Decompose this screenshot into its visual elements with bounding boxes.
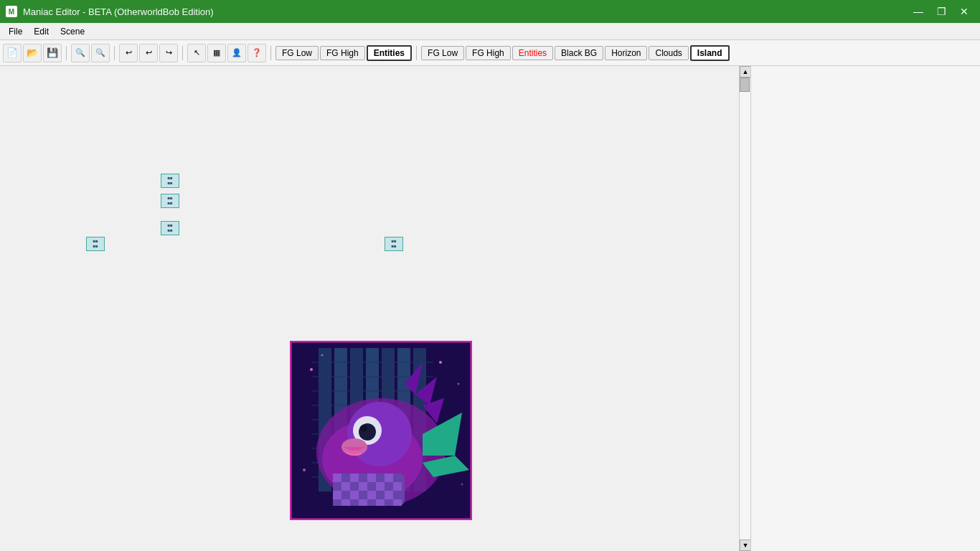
new-button[interactable]: 📄 [3, 44, 22, 62]
tab-black-bg[interactable]: Black BG [555, 46, 603, 60]
svg-point-64 [439, 361, 442, 364]
svg-rect-50 [385, 491, 393, 499]
layer-tabs-group1: FG Low FG High Entities [275, 45, 412, 61]
entity-2[interactable]: ■■■■ [161, 194, 179, 208]
svg-rect-47 [359, 491, 367, 499]
menubar: File Edit Scene [0, 23, 980, 40]
svg-rect-36 [333, 482, 341, 491]
svg-point-25 [360, 425, 367, 432]
svg-rect-31 [359, 474, 367, 482]
maximize-button[interactable]: ❐ [931, 1, 951, 22]
tab-fg-low-1[interactable]: FG Low [275, 46, 319, 60]
svg-rect-33 [376, 474, 385, 482]
svg-rect-46 [350, 491, 359, 499]
svg-rect-44 [333, 491, 341, 499]
separator-1 [66, 46, 67, 60]
tab-fg-low-2[interactable]: FG Low [421, 46, 464, 60]
tab-entities-1[interactable]: Entities [367, 45, 412, 61]
app-icon: M [6, 6, 17, 17]
entity-button[interactable]: 👤 [227, 44, 246, 62]
svg-point-62 [310, 368, 313, 371]
svg-rect-59 [393, 499, 402, 506]
toolbar: 📄 📂 💾 🔍 🔍 ↩ ↩ ↪ ↖ ▦ 👤 ❓ FG Low FG High E… [0, 40, 980, 66]
separator-2 [114, 46, 115, 60]
svg-rect-39 [359, 482, 367, 491]
svg-rect-49 [376, 491, 385, 499]
svg-rect-55 [359, 499, 367, 506]
separator-5 [416, 46, 417, 60]
right-panel [750, 66, 980, 551]
svg-rect-42 [385, 482, 393, 491]
svg-rect-38 [350, 482, 359, 491]
svg-rect-37 [341, 482, 350, 491]
menu-edit[interactable]: Edit [28, 25, 55, 38]
svg-rect-35 [393, 474, 402, 482]
sonic-artwork [290, 341, 472, 520]
menu-file[interactable]: File [3, 25, 28, 38]
scroll-down-arrow[interactable]: ▼ [740, 540, 750, 551]
redo-button[interactable]: ↪ [159, 44, 178, 62]
svg-rect-32 [367, 474, 376, 482]
entity-4[interactable]: ■■■■ [86, 237, 105, 251]
menu-scene[interactable]: Scene [55, 25, 90, 38]
svg-rect-40 [367, 482, 376, 491]
tab-fg-high-2[interactable]: FG High [466, 46, 511, 60]
svg-rect-34 [385, 474, 393, 482]
svg-rect-41 [376, 482, 385, 491]
save-button[interactable]: 💾 [43, 44, 62, 62]
titlebar: M Maniac Editor - BETA (OtherworldBob Ed… [0, 0, 980, 23]
svg-rect-58 [385, 499, 393, 506]
sonic-art-svg [290, 341, 472, 520]
tab-entities-2[interactable]: Entities [512, 46, 553, 60]
scroll-track[interactable] [740, 77, 750, 540]
tab-clouds[interactable]: Clouds [649, 46, 688, 60]
unknown-button[interactable]: ❓ [248, 44, 266, 62]
scroll-up-arrow[interactable]: ▲ [740, 66, 750, 77]
svg-rect-52 [333, 499, 341, 506]
select-button[interactable]: ↖ [187, 44, 206, 62]
svg-point-67 [461, 484, 463, 486]
entity-3[interactable]: ■■■■ [161, 221, 179, 235]
svg-rect-43 [393, 482, 402, 491]
vertical-scrollbar[interactable]: ▲ ▼ [739, 66, 750, 551]
titlebar-controls: — ❐ ✕ [908, 1, 974, 22]
svg-rect-28 [333, 474, 341, 482]
zoom-in-button[interactable]: 🔍 [71, 44, 90, 62]
close-button[interactable]: ✕ [954, 1, 974, 22]
svg-rect-54 [350, 499, 359, 506]
layer-tabs-group2: FG Low FG High Entities Black BG Horizon… [421, 45, 729, 61]
titlebar-left: M Maniac Editor - BETA (OtherworldBob Ed… [6, 6, 214, 17]
svg-rect-45 [341, 491, 350, 499]
tab-fg-high-1[interactable]: FG High [320, 46, 365, 60]
svg-rect-48 [367, 491, 376, 499]
svg-point-66 [303, 468, 306, 471]
canvas-area[interactable]: ■■■■ ■■■■ ■■■■ ■■■■ ■■■■ [0, 66, 750, 551]
scroll-thumb[interactable] [740, 77, 750, 92]
undo-alt-button[interactable]: ↩ [119, 44, 138, 62]
tab-island[interactable]: Island [690, 45, 730, 61]
zoom-out-button[interactable]: 🔍 [91, 44, 110, 62]
svg-point-63 [321, 354, 324, 357]
minimize-button[interactable]: — [908, 1, 928, 22]
svg-rect-30 [350, 474, 359, 482]
entity-1[interactable]: ■■■■ [161, 174, 179, 188]
separator-3 [182, 46, 183, 60]
tab-horizon[interactable]: Horizon [605, 46, 647, 60]
separator-4 [270, 46, 271, 60]
main-area: ■■■■ ■■■■ ■■■■ ■■■■ ■■■■ [0, 66, 980, 551]
window-title: Maniac Editor - BETA (OtherworldBob Edit… [23, 6, 214, 17]
svg-rect-29 [341, 474, 350, 482]
svg-rect-57 [376, 499, 385, 506]
svg-rect-51 [393, 491, 402, 499]
entity-5[interactable]: ■■■■ [385, 237, 403, 251]
svg-rect-53 [341, 499, 350, 506]
tile-button[interactable]: ▦ [207, 44, 226, 62]
canvas-viewport: ■■■■ ■■■■ ■■■■ ■■■■ ■■■■ [0, 66, 739, 551]
svg-rect-56 [367, 499, 376, 506]
open-button[interactable]: 📂 [23, 44, 42, 62]
undo-button[interactable]: ↩ [139, 44, 158, 62]
svg-point-65 [458, 383, 460, 385]
